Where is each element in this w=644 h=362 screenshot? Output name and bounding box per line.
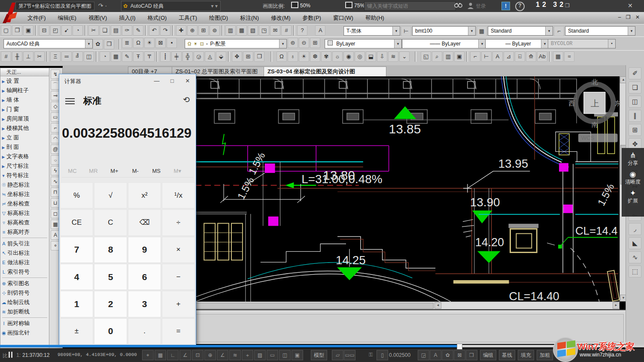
wall-tool-icon[interactable]: Ξ xyxy=(50,51,61,62)
dim-style-select[interactable]: bmt100▾ xyxy=(412,26,476,36)
tool-palettes-icon[interactable]: ▧ xyxy=(248,25,258,36)
wall-corner-icon[interactable]: ╝ xyxy=(73,51,83,62)
zoom-window-icon[interactable]: ⊞ xyxy=(198,25,209,36)
wipeout-icon[interactable]: ≈ xyxy=(564,51,574,62)
side-menu-清晰度[interactable]: ◉清晰度 xyxy=(622,167,644,186)
layer-freeze-icon[interactable]: ☀ xyxy=(144,38,155,48)
table-tool-icon[interactable]: ₸ xyxy=(144,51,155,62)
user-icon[interactable] xyxy=(467,2,474,10)
viewcube-east[interactable]: 东 xyxy=(615,100,620,107)
polar-toggle[interactable]: ∠ xyxy=(179,350,191,360)
palette-group-1[interactable]: ▶设 置 xyxy=(0,76,49,86)
dim-angle-icon[interactable]: ◶ xyxy=(194,51,204,62)
weld-icon[interactable]: ⟰ xyxy=(526,51,536,62)
layer-select[interactable]: Ω ☀ ⊡ ▪ P-配景▾ xyxy=(185,39,287,48)
ortho-toggle[interactable]: ∟ xyxy=(167,350,179,360)
workspace-gear-icon[interactable]: ✿ xyxy=(442,350,453,360)
spline-edit-icon[interactable]: ∿ xyxy=(629,251,641,263)
palette-group-3[interactable]: ▶墙 体 xyxy=(0,95,49,105)
osnap-toggle[interactable]: ⊡ xyxy=(192,350,204,360)
window-icon[interactable]: ▦ xyxy=(111,51,121,62)
exchange-icon[interactable]: ! xyxy=(501,2,510,10)
memory-button-M+[interactable]: M+ xyxy=(104,168,125,174)
palette-item-做法标注[interactable]: E做法标注 xyxy=(0,258,49,267)
workspace-select[interactable]: AutoCAD 经典▾ xyxy=(3,39,93,48)
text-tool-icon[interactable]: Ŧ xyxy=(133,51,143,62)
text-style-icon[interactable]: A xyxy=(315,25,325,36)
palette-group-9[interactable]: ▶文字表格 xyxy=(0,152,49,161)
model-button[interactable]: 模型 xyxy=(311,350,327,360)
toolbar-lock-icon[interactable]: ⊠ xyxy=(454,350,465,360)
close-video-icon[interactable]: ✕ xyxy=(628,2,633,9)
dim-linear-icon[interactable]: ╪ xyxy=(171,51,182,62)
array-tool-icon[interactable]: ⊞ xyxy=(243,51,253,62)
layer-properties-icon[interactable]: ≣ xyxy=(122,38,132,48)
maximize-icon[interactable]: □ xyxy=(166,76,179,86)
calc-key-¹/x[interactable]: ¹/x xyxy=(162,182,195,208)
dyn-toggle[interactable]: ＋ xyxy=(242,350,253,360)
move-tool-icon[interactable]: ✥ xyxy=(232,51,242,62)
menu-item-10[interactable]: 参数(P) xyxy=(297,12,327,24)
door-icon[interactable]: ◔ xyxy=(100,51,110,62)
video-progress-knob[interactable] xyxy=(457,344,462,350)
palette-group-8[interactable]: ▶剖 面 xyxy=(0,142,49,152)
palette-item-索引符号[interactable]: L索引符号 xyxy=(0,267,49,277)
palette-item-引出标注[interactable]: ↖引出标注 xyxy=(0,248,49,258)
window-buttons[interactable]: – ❐ ✕ xyxy=(618,14,641,20)
dim-slope-icon[interactable]: ◬ xyxy=(205,51,215,62)
grid-tool-icon[interactable]: # xyxy=(1,51,11,62)
linetype-select[interactable]: —— ByLayer▾ xyxy=(402,39,486,48)
ducs-toggle[interactable]: ≋ xyxy=(229,350,241,360)
table-style-select[interactable]: Standard▾ xyxy=(488,26,553,36)
properties-icon[interactable]: ▥ xyxy=(225,25,236,36)
layer-iso-icon[interactable]: ◉ xyxy=(343,51,354,62)
layer-sun-icon[interactable]: ☀ xyxy=(299,51,309,62)
calc-key-7[interactable]: 7 xyxy=(60,237,93,263)
column-icon[interactable]: ◫ xyxy=(84,51,94,62)
calc-key-+[interactable]: + xyxy=(162,291,195,317)
calc-key-√[interactable]: √ xyxy=(94,182,127,208)
viewport-icon[interactable]: ◱ xyxy=(421,51,431,62)
dim-chain-icon[interactable]: ╬ xyxy=(182,51,193,62)
palette-group-6[interactable]: ▶楼梯其他 xyxy=(0,124,49,133)
annotate-icon[interactable]: ✎ xyxy=(122,51,132,62)
scale-button-50%[interactable]: 50% xyxy=(291,2,310,10)
layer-color-icon[interactable]: ▪ xyxy=(167,38,177,48)
copy-icon[interactable]: ❏ xyxy=(100,25,110,36)
layout2-icon[interactable]: ▭▭ xyxy=(344,350,355,360)
layer-walk-icon[interactable]: ≋ xyxy=(388,51,398,62)
text-a-icon[interactable]: A xyxy=(492,51,503,62)
zoom-previous-icon[interactable]: ⊚ xyxy=(210,25,220,36)
cut-icon[interactable]: ✂ xyxy=(88,25,99,36)
palette-item-静态标注[interactable]: ☉静态标注 xyxy=(0,180,49,190)
menu-item-11[interactable]: 窗口(W) xyxy=(327,12,359,24)
forward-arrow-icon[interactable]: ↷ · xyxy=(97,1,108,10)
menu-item-7[interactable]: 绘图(D) xyxy=(203,12,234,24)
viewcube-top[interactable]: 上 xyxy=(591,99,599,108)
calc-key-6[interactable]: 6 xyxy=(128,264,161,290)
viewcube-wcs[interactable]: WCS xyxy=(581,135,595,141)
snap-toggle[interactable]: ⌖ xyxy=(142,350,154,360)
cleanscreen-icon[interactable]: ❒ xyxy=(466,350,477,360)
erase-icon[interactable]: ✐ xyxy=(629,67,641,79)
copy-obj-icon[interactable]: ❏ xyxy=(629,81,641,94)
explode-icon[interactable]: ⬚ xyxy=(629,265,641,278)
side-menu-分享[interactable]: ⋔分享 xyxy=(622,148,644,167)
calc-key-⌫[interactable]: ⌫ xyxy=(128,209,161,235)
palette-group-2[interactable]: ▶轴网柱子 xyxy=(0,86,49,95)
mleader-style-select[interactable]: Standard▾ xyxy=(565,26,635,36)
dim-level-icon[interactable]: ⬙ xyxy=(216,51,226,62)
status-button-编组[interactable]: 编组 xyxy=(480,350,496,360)
menu-item-9[interactable]: 修改(M) xyxy=(265,12,297,24)
layer-sun2-icon[interactable]: ☼ xyxy=(332,51,343,62)
calc-key-5[interactable]: 5 xyxy=(94,264,127,290)
publish-icon[interactable]: ➹ xyxy=(61,25,72,36)
help-icon[interactable]: ? xyxy=(297,25,307,36)
offset-icon[interactable]: ∥ xyxy=(629,110,641,122)
leader-icon[interactable]: ⌐ xyxy=(470,51,480,62)
palette-group-5[interactable]: ▶房间屋顶 xyxy=(0,114,49,124)
close-icon[interactable]: ✕ xyxy=(181,76,194,86)
layer-merge-icon[interactable]: ⌄ xyxy=(399,51,410,62)
layer-lock-icon[interactable]: ⊠ xyxy=(155,38,166,48)
array-icon[interactable]: ⊞ xyxy=(629,124,641,136)
